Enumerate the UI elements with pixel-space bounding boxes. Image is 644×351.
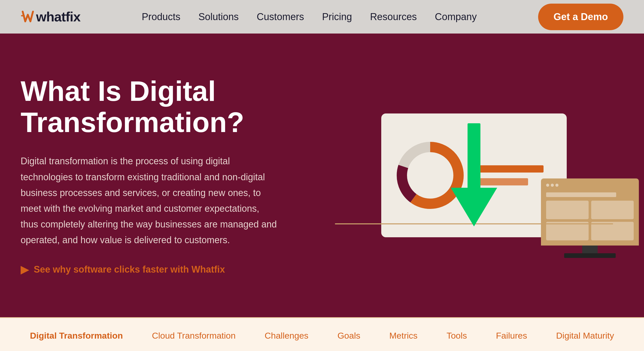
green-down-arrow-icon (451, 123, 497, 226)
bottom-nav-item-goals[interactable]: Goals (337, 331, 360, 341)
monitor-block-4 (591, 222, 634, 240)
hero-cta-arrow-icon: ▶ (21, 264, 29, 275)
bottom-nav-item-digital-transformation[interactable]: Digital Transformation (30, 331, 123, 341)
svg-point-3 (410, 155, 451, 196)
bottom-nav-item-cloud-transformation[interactable]: Cloud Transformation (152, 331, 236, 341)
monitor-screen (541, 178, 639, 246)
hero-illustration (325, 113, 623, 237)
hero-cta-link[interactable]: ▶ See why software clicks faster with Wh… (21, 264, 304, 275)
get-demo-button[interactable]: Get a Demo (538, 4, 623, 30)
nav-item-pricing[interactable]: Pricing (322, 11, 352, 22)
nav-item-resources[interactable]: Resources (370, 11, 417, 22)
whatfix-logo-icon (21, 9, 36, 25)
nav-links: Products Solutions Customers Pricing Res… (142, 11, 477, 22)
green-arrow-overlay (451, 123, 497, 227)
bottom-nav-item-metrics[interactable]: Metrics (389, 331, 418, 341)
monitor-dot-2 (551, 184, 554, 187)
hero-section: What Is Digital Transformation? Digital … (0, 34, 644, 317)
navbar: whatfix Products Solutions Customers Pri… (0, 0, 644, 34)
monitor-block-1 (546, 201, 589, 219)
desktop-monitor (541, 178, 639, 258)
logo[interactable]: whatfix (21, 9, 80, 25)
monitor-block-2 (591, 201, 634, 219)
monitor-stand-base (564, 253, 616, 258)
monitor-dot-3 (555, 184, 558, 187)
nav-item-company[interactable]: Company (435, 11, 477, 22)
monitor-title-bar (546, 192, 616, 197)
bottom-nav-item-tools[interactable]: Tools (446, 331, 467, 341)
logo-text: whatfix (36, 9, 80, 25)
hero-content: What Is Digital Transformation? Digital … (21, 75, 304, 275)
bottom-nav-item-failures[interactable]: Failures (496, 331, 527, 341)
nav-item-solutions[interactable]: Solutions (198, 11, 239, 22)
hero-title: What Is Digital Transformation? (21, 75, 304, 138)
monitor-dots (546, 184, 634, 187)
nav-item-products[interactable]: Products (142, 11, 180, 22)
svg-marker-5 (451, 188, 497, 226)
monitor-content-blocks (546, 201, 634, 240)
monitor-block-3 (546, 222, 589, 240)
monitor-dot-1 (546, 184, 549, 187)
hero-description: Digital transformation is the process of… (21, 153, 278, 248)
hero-cta-text: See why software clicks faster with What… (34, 264, 225, 275)
nav-item-customers[interactable]: Customers (257, 11, 304, 22)
monitor-stand-neck (582, 246, 598, 253)
bottom-nav-item-digital-maturity[interactable]: Digital Maturity (556, 331, 614, 341)
svg-rect-4 (468, 123, 480, 190)
bottom-nav-item-challenges[interactable]: Challenges (265, 331, 308, 341)
bottom-nav: Digital Transformation Cloud Transformat… (0, 317, 644, 351)
